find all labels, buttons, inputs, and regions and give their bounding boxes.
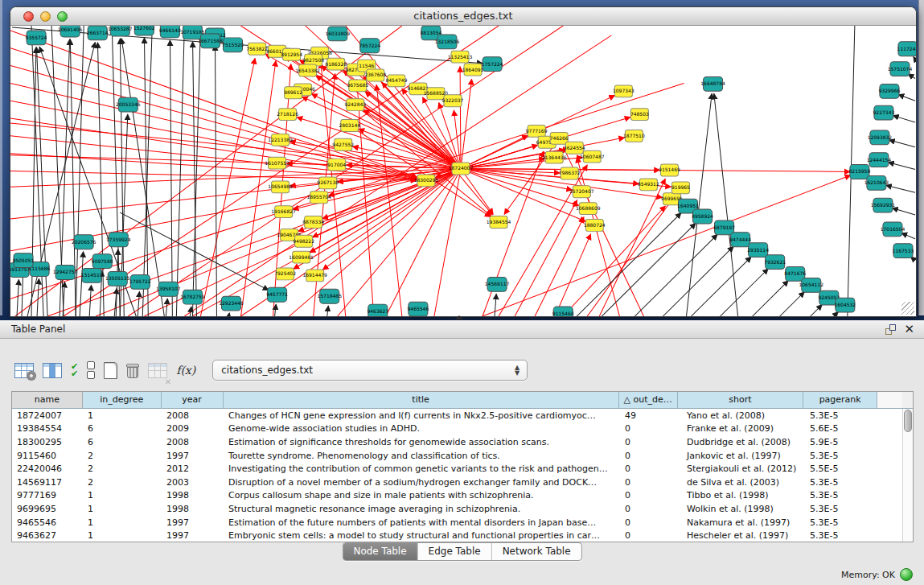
graph-node[interactable]: 1167533 [893,244,914,258]
graph-node[interactable]: 19166827 [271,206,296,218]
graph-node[interactable]: 15751074 [888,62,913,76]
table-row[interactable]: 977716911998Corpus callosum shape and si… [12,489,902,503]
graph-node[interactable]: 9498222 [293,235,314,247]
column-header-pagerank[interactable]: pagerank [803,392,877,409]
column-header-out_de[interactable]: △ out_de… [619,392,678,409]
show-columns-icon[interactable] [43,359,62,381]
graph-node[interactable]: 15692931 [871,198,896,212]
graph-node[interactable]: 3624554 [564,142,585,154]
create-column-icon[interactable] [104,359,117,381]
graph-node[interactable]: 1514519 [81,268,103,282]
graph-node[interactable]: 919965 [671,182,690,194]
graph-node[interactable]: 9777169 [526,125,548,137]
graph-node[interactable]: 18300295 [414,175,439,187]
graph-node[interactable]: 10654112 [799,278,823,292]
memory-status-icon[interactable] [900,568,913,581]
graph-node[interactable]: 13958107 [156,282,181,296]
table-row[interactable]: 969969511998Structural magnetic resonanc… [12,502,902,516]
graph-node[interactable]: 15720407 [569,186,594,198]
resize-grip-icon[interactable] [901,302,914,315]
graph-node[interactable]: 8878334 [302,216,324,229]
column-header-short[interactable]: short [678,392,804,409]
graph-node[interactable]: 18955704 [306,192,331,204]
graph-node[interactable]: 1877510 [623,130,645,142]
float-panel-icon[interactable] [885,323,897,336]
table-row[interactable]: 1830029562008Estimation of significance … [12,435,902,449]
delete-column-icon[interactable] [126,359,139,381]
table-row[interactable]: 1456911722003Disruption of a novel membe… [12,476,902,489]
graph-node[interactable]: 17359924 [106,233,131,247]
graph-node[interactable]: 2718126 [277,109,298,121]
graph-node[interactable]: 1604532 [834,298,856,312]
graph-node[interactable]: 9355724 [26,31,47,45]
graph-node[interactable]: 7986372 [559,167,581,179]
tab-edge-table[interactable]: Edge Table [417,543,491,560]
table-row[interactable]: 1938455462009Genome-wide association stu… [12,422,902,436]
graph-node[interactable]: 7925402 [274,268,296,280]
graph-node[interactable]: 1097343 [613,85,634,97]
graph-node[interactable]: 9227343 [873,105,895,120]
graph-node[interactable]: 16099481 [289,251,314,263]
graph-node[interactable]: 9427552 [332,138,354,150]
graph-node[interactable]: 12923446 [219,296,244,311]
graph-node[interactable]: 17016504 [881,222,906,237]
graph-node[interactable]: 9329966 [879,84,901,98]
graph-node[interactable]: 14569117 [485,277,510,291]
graph-node[interactable]: 13505135 [105,271,130,286]
graph-node[interactable]: 8912954 [281,48,302,60]
graph-node[interactable]: 20053346 [116,97,141,112]
graph-node[interactable]: 12093832 [868,130,893,145]
column-header-title[interactable]: title [224,392,619,409]
splitter-handle-icon[interactable] [455,315,463,319]
graph-node[interactable]: 9463627 [367,304,388,316]
table-row[interactable]: 1872400712008Changes of HCN gene express… [12,409,902,422]
graph-node[interactable]: 12444154 [867,153,892,167]
table-mode-icon[interactable] [14,359,34,381]
graph-node[interactable]: 21364436 [542,151,567,163]
tab-network-table[interactable]: Network Table [491,543,581,560]
selection-mode-icon[interactable]: ✔✔ [71,359,78,381]
graph-node[interactable]: 16671588 [198,34,223,48]
table-row[interactable]: 911546021997Tourette syndrome. Phenomeno… [12,449,902,463]
graph-node[interactable]: 1880724 [584,220,606,232]
graph-node[interactable]: 15718485 [317,289,342,303]
graph-node[interactable]: 10607487 [580,150,605,163]
table-row[interactable]: 946554611997Estimation of the future num… [12,516,902,529]
graph-node[interactable]: 917004 [327,159,346,171]
graph-node[interactable]: 989612 [284,87,302,99]
delete-table-icon[interactable]: ✕ [148,359,167,381]
graph-node[interactable]: 1864091 [462,64,484,76]
vertical-scrollbar[interactable] [902,409,913,542]
graph-node[interactable]: 20206576 [72,235,97,249]
graph-node[interactable]: 16914479 [302,270,327,282]
graph-node[interactable]: 7563822 [246,43,268,55]
network-view[interactable]: 1872400718300295193845549777169649756874… [10,26,916,316]
column-header-name[interactable]: name [12,392,83,409]
graph-node[interactable]: 11325413 [448,51,473,63]
graph-node[interactable]: 8505051 [13,253,35,268]
graph-node[interactable]: 1117243 [897,42,916,56]
column-header-in_degree[interactable]: in_degree [83,392,162,409]
close-panel-icon[interactable]: ✕ [904,322,914,336]
graph-node[interactable]: 2935114 [747,243,769,257]
graph-node[interactable]: 16033809 [325,27,350,41]
graph-node[interactable]: 1527602 [133,26,155,35]
graph-node[interactable]: 16648784 [700,76,725,91]
graph-node[interactable]: 9322037 [442,95,464,107]
graph-node[interactable]: 18724007 [449,163,474,175]
graph-node[interactable]: 748503 [630,109,649,121]
graph-node[interactable]: 8186328 [325,58,347,70]
graph-node[interactable]: 2803144 [339,120,360,132]
graph-node[interactable]: 9474444 [729,233,751,247]
tab-node-table[interactable]: Node Table [343,543,417,560]
graph-node[interactable]: 2367608 [364,69,386,81]
graph-node[interactable]: 12942757 [53,266,78,280]
graph-node[interactable]: 16782759 [180,290,205,304]
network-window-titlebar[interactable]: citations_edges.txt [10,7,916,26]
graph-node[interactable]: 16543382 [295,64,320,76]
graph-node[interactable]: 9242843 [344,99,366,111]
graph-node[interactable]: 9457771 [266,287,288,302]
row-height-icon[interactable] [87,359,95,381]
graph-node[interactable]: 7515520 [222,38,244,52]
graph-node[interactable]: 10653287 [108,26,133,36]
